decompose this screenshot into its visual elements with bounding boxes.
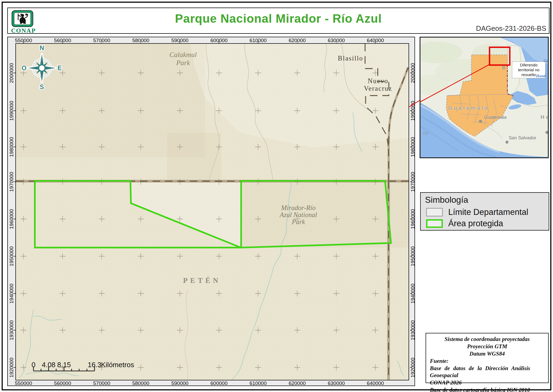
page-title: Parque Nacional Mirador - Río Azul [8,12,549,25]
grid-label-bottom: 560000 [52,381,73,386]
source-line-3: Base de datos cartografía básica IGN 201… [430,386,544,392]
label-peten: PETÉN [183,276,221,285]
label-blasillo: Blasillo [338,55,363,62]
legend: Simbología Límite Departamental Área pro… [420,192,549,231]
legend-title: Simbología [425,195,468,205]
grid-tick-right [410,367,412,368]
grid-label-bottom: 640000 [365,381,386,386]
grid-tick-right [410,73,412,73]
grid-tick-right [410,181,412,182]
compass-rose: N E S O [20,44,65,91]
grid-label-left: 1980000 [9,136,14,158]
grid-label-left: 2000000 [9,62,14,84]
grid-label-left: 1970000 [9,171,14,193]
logo-text: CONAP [11,27,34,34]
protected-area-swatch [426,219,443,228]
grid-label-bottom: 550000 [13,381,34,386]
inset-gulf-label-1: Gu [544,59,549,63]
grid-tick-right [410,293,412,294]
scalebar-unit: Kilómetros [101,361,134,369]
city-dot-east [545,131,548,134]
capital-city-dot [479,120,482,123]
stream-south-center [185,290,188,380]
grid-label-left: 1960000 [9,208,14,230]
scalebar-0: 0 [32,361,35,369]
scalebar-8: 8.15 [57,361,71,369]
source-label: Fuente: [430,357,544,365]
grid-tick-right [410,256,412,256]
inset-elevation-label: 721 [423,131,429,136]
inset-label-honduras: Ho [541,114,549,120]
grid-tick-right [410,330,412,330]
main-map: N E S O Calakmul Park Blasillo Nuevo Ver… [15,43,409,380]
san-salvador-dot [505,141,508,144]
compass-s: S [40,83,44,90]
grid-label-bottom: 600000 [208,381,230,386]
grid-tick-right [410,147,412,147]
header: CONAP Parque Nacional Mirador - Río Azul… [7,8,549,34]
compass-n: N [40,45,44,52]
legend-label: Área protegida [448,219,503,228]
label-mirador-park: Mirador-Río Azul National Park [280,204,317,225]
scalebar-4: 4.08 [42,361,56,369]
map-info-box: Sistema de coordenadas proyectadas Proye… [426,333,549,383]
grid-label-left: 1920000 [9,357,14,379]
inset-label-belize: B [502,65,506,71]
compass-e: E [58,65,62,72]
grid-label-left: 1950000 [9,246,14,267]
grid-label-bottom: 620000 [286,381,308,386]
legend-item-limite: Límite Departamental [426,207,528,217]
grid-label-left: 1990000 [9,100,14,122]
inset-gulf-label-2: Hond [536,74,545,78]
projection-line: Proyección GTM [430,343,544,350]
grid-label-left: 1940000 [9,283,14,305]
grid-label-bottom: 610000 [247,381,269,386]
grid-tick-right [410,110,412,111]
overview-inset-map: B Diferendo territorial no resuelto Guat… [420,37,549,158]
inset-label-capital: Guatemala [484,115,507,120]
grid-label-bottom: 570000 [91,381,113,386]
source-line-2: CONAP 2026 [430,379,544,386]
main-map-block: 5500005500005600005600005700005700005800… [7,37,415,386]
river-branch [34,316,62,320]
grid-tick-right [410,219,412,219]
document-id: DAGeos-231-2026-BS [476,24,546,33]
label-calakmul-park: Calakmul Park [169,51,197,67]
river-small [397,361,404,375]
label-nuevo-veracruz: Nuevo Veracruz [364,77,392,92]
legend-item-area: Área protegida [426,219,503,228]
grid-label-bottom: 580000 [130,381,151,386]
grid-label-bottom: 590000 [169,381,191,386]
legend-label: Límite Departamental [448,207,528,217]
terrain-patches [16,44,409,248]
map-document-page: CONAP Parque Nacional Mirador - Río Azul… [0,0,553,392]
datum-line: Datum WGS84 [430,350,544,357]
inset-label-san-salvador: San Salvador [509,135,536,141]
compass-o: O [22,65,26,72]
inset-label-country: Guatemala [448,105,489,111]
scalebar-16: 16.3 [88,361,102,369]
grid-label-bottom: 630000 [325,381,347,386]
source-line-1: Base de datos de la Dirección Análisis G… [430,365,544,379]
departmental-limit-swatch [426,208,443,217]
map-canvas [16,44,409,380]
crs-line: Sistema de coordenadas proyectadas [430,336,544,343]
grid-label-left: 1930000 [9,320,14,341]
